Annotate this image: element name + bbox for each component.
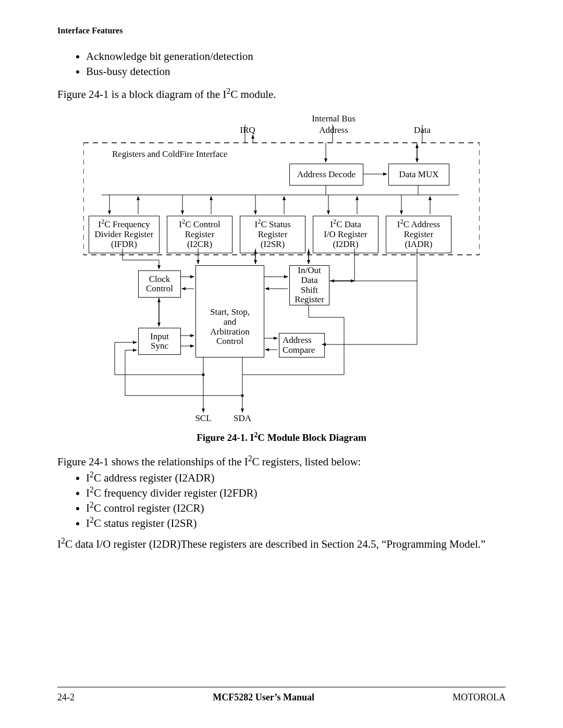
list-item: I2C frequency divider register (I2FDR) [86, 487, 506, 500]
svg-rect-0 [83, 143, 480, 255]
section-header: Interface Features [57, 26, 506, 35]
footer-page: 24-2 [57, 692, 75, 703]
footer-brand: MOTOROLA [452, 692, 506, 703]
figure-caption: Figure 24-1. I2C Module Block Diagram [57, 432, 506, 443]
list-item: Acknowledge bit generation/detection [86, 50, 506, 63]
footer-rule [57, 687, 506, 687]
intro-paragraph: Figure 24-1 is a block diagram of the I2… [57, 88, 506, 102]
register-bullets: I2C address register (I2ADR) I2C frequen… [86, 472, 506, 530]
bottom-paragraph: I2C data I/O register (I2DR)These regist… [57, 537, 506, 551]
page-footer: 24-2 MCF5282 User’s Manual MOTOROLA [57, 692, 506, 703]
block-diagram: Internal Bus IRQ Address Data Registers … [83, 114, 480, 427]
footer-title: MCF5282 User’s Manual [213, 692, 314, 703]
feature-bullets: Acknowledge bit generation/detection Bus… [86, 50, 506, 78]
list-item: Bus-busy detection [86, 65, 506, 78]
mid-paragraph: Figure 24-1 shows the relationships of t… [57, 455, 506, 469]
list-item: I2C address register (I2ADR) [86, 472, 506, 485]
svg-point-54 [202, 374, 205, 376]
list-item: I2C status register (I2SR) [86, 517, 506, 530]
list-item: I2C control register (I2CR) [86, 502, 506, 515]
